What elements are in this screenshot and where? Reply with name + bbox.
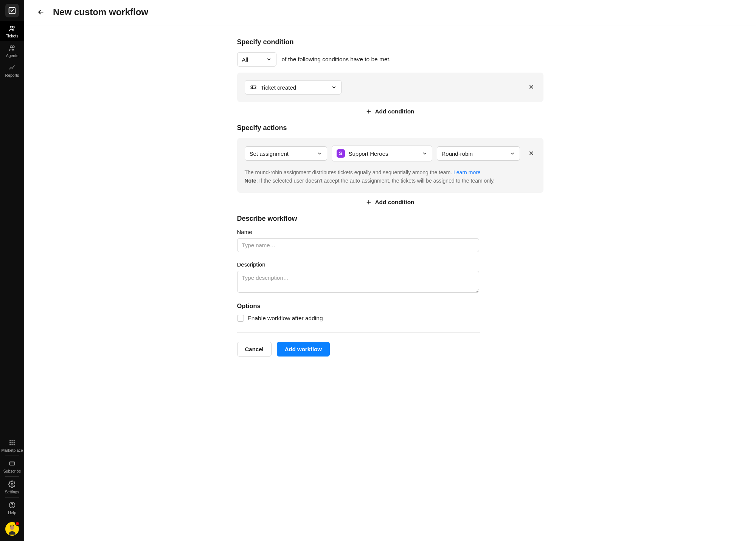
select-value: Support Heroes: [349, 150, 388, 157]
action-team-select[interactable]: S Support Heroes: [332, 146, 432, 161]
divider: [5, 456, 19, 456]
svg-point-3: [10, 46, 12, 48]
close-icon: [528, 150, 534, 156]
add-action-label: Add condition: [375, 199, 414, 206]
svg-point-18: [10, 526, 14, 530]
section-title-options: Options: [237, 302, 543, 310]
cancel-button[interactable]: Cancel: [237, 342, 272, 357]
svg-rect-13: [14, 444, 15, 445]
section-title-condition: Specify condition: [237, 38, 543, 46]
svg-point-17: [12, 507, 12, 507]
sidebar-item-settings[interactable]: Settings: [0, 477, 24, 496]
name-input[interactable]: [237, 238, 479, 252]
app-logo[interactable]: [5, 4, 19, 17]
gear-icon: [8, 481, 16, 488]
ticket-icon: [250, 84, 257, 91]
condition-trigger-select[interactable]: Ticket created: [245, 80, 342, 95]
svg-point-2: [12, 26, 14, 28]
add-condition-label: Add condition: [375, 108, 414, 115]
plus-icon: [366, 199, 372, 205]
people-icon: [8, 44, 16, 52]
learn-more-link[interactable]: Learn more: [453, 169, 481, 175]
enable-workflow-label: Enable workflow after adding: [248, 315, 323, 322]
back-button[interactable]: [36, 7, 46, 17]
chevron-down-icon: [266, 57, 272, 62]
svg-rect-7: [14, 440, 15, 441]
grid-icon: [9, 439, 16, 446]
svg-rect-9: [12, 442, 13, 443]
sidebar-item-label: Help: [8, 510, 16, 515]
sidebar-item-label: Agents: [6, 53, 19, 58]
svg-point-15: [11, 484, 13, 485]
select-value: Set assignment: [250, 150, 289, 157]
svg-rect-8: [9, 442, 11, 443]
svg-point-4: [12, 46, 14, 48]
help-circle-icon: [8, 501, 16, 509]
sidebar-item-marketplace[interactable]: Marketplace: [0, 436, 24, 455]
sidebar-item-label: Subscribe: [3, 469, 21, 473]
sidebar-item-label: Settings: [5, 490, 19, 494]
action-method-select[interactable]: Round-robin: [437, 146, 520, 161]
chevron-down-icon: [317, 151, 322, 156]
name-label: Name: [237, 229, 543, 235]
add-condition-button[interactable]: Add condition: [237, 102, 543, 124]
sidebar-item-reports[interactable]: Reports: [0, 60, 24, 80]
sidebar-item-tickets[interactable]: Tickets: [0, 21, 24, 41]
action-card: Set assignment S Support Heroes: [237, 138, 543, 193]
description-input[interactable]: [237, 271, 479, 293]
page-header: New custom workflow: [24, 0, 756, 25]
check-square-icon: [8, 6, 16, 15]
condition-suffix-text: of the following conditions have to be m…: [282, 56, 391, 63]
svg-rect-5: [9, 440, 11, 441]
section-title-describe: Describe workflow: [237, 215, 543, 223]
chevron-down-icon: [422, 151, 427, 156]
user-avatar[interactable]: [5, 522, 19, 536]
chevron-down-icon: [510, 151, 515, 156]
sidebar-item-label: Tickets: [6, 34, 19, 38]
divider: [5, 476, 19, 477]
svg-point-1: [10, 26, 12, 28]
credit-card-icon: [8, 460, 16, 467]
condition-scope-select[interactable]: All: [237, 52, 276, 67]
select-value: Ticket created: [261, 84, 297, 91]
enable-workflow-checkbox[interactable]: [237, 315, 244, 322]
add-workflow-button[interactable]: Add workflow: [277, 342, 330, 357]
sidebar-item-agents[interactable]: Agents: [0, 41, 24, 60]
sidebar-item-help[interactable]: Help: [0, 498, 24, 517]
sidebar-item-label: Marketplace: [1, 448, 23, 453]
team-badge-icon: S: [337, 149, 345, 158]
main-area: New custom workflow Specify condition Al…: [24, 0, 756, 541]
select-value: Round-robin: [442, 150, 473, 157]
sidebar-item-subscribe[interactable]: Subscribe: [0, 457, 24, 476]
divider: [237, 332, 480, 333]
add-action-button[interactable]: Add condition: [237, 193, 543, 215]
remove-condition-button[interactable]: [527, 82, 536, 93]
description-label: Description: [237, 261, 543, 268]
svg-rect-12: [12, 444, 13, 445]
chart-line-icon: [8, 64, 16, 71]
divider: [5, 518, 19, 518]
svg-rect-14: [9, 462, 15, 465]
sidebar-item-label: Reports: [5, 73, 19, 78]
divider: [5, 497, 19, 498]
action-help-text: The round-robin assignment distributes t…: [245, 168, 536, 185]
svg-rect-11: [9, 444, 11, 445]
remove-action-button[interactable]: [527, 149, 536, 159]
select-value: All: [242, 56, 248, 63]
action-type-select[interactable]: Set assignment: [245, 146, 327, 161]
app-sidebar: Tickets Agents Reports Marketplace Subsc…: [0, 0, 24, 541]
people-icon: [8, 25, 16, 32]
svg-rect-10: [14, 442, 15, 443]
page-title: New custom workflow: [53, 7, 148, 17]
plus-icon: [366, 109, 372, 115]
close-icon: [528, 84, 534, 90]
notification-badge: [15, 521, 20, 526]
section-title-actions: Specify actions: [237, 124, 543, 132]
arrow-left-icon: [37, 8, 45, 16]
svg-rect-6: [12, 440, 13, 441]
condition-card: Ticket created: [237, 73, 543, 102]
chevron-down-icon: [331, 85, 337, 90]
